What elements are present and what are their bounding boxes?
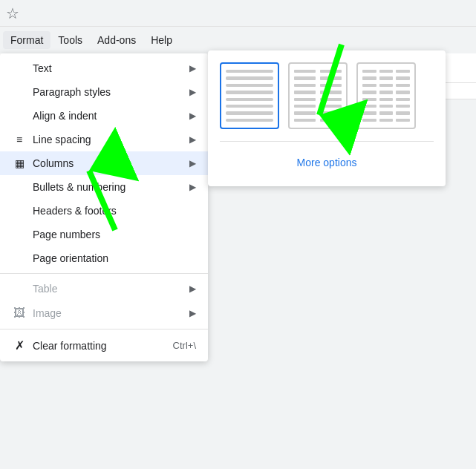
image-label: Image (33, 307, 183, 319)
col-third-2 (379, 70, 394, 122)
dropdown-item-paragraph-styles[interactable]: Paragraph styles ▶ (0, 80, 208, 104)
align-chevron: ▶ (189, 111, 196, 121)
col-line (362, 105, 376, 108)
star-icon[interactable]: ☆ (6, 4, 19, 22)
col-line (320, 119, 342, 122)
more-options-button[interactable]: More options (220, 151, 434, 174)
image-chevron: ▶ (189, 308, 196, 318)
divider-1 (0, 273, 208, 274)
col-line (320, 98, 342, 101)
col-line (320, 105, 342, 108)
col-line (396, 91, 410, 94)
col-line (396, 70, 410, 73)
dropdown-item-headers[interactable]: Headers & footers (0, 199, 208, 223)
bullets-label: Bullets & numbering (33, 181, 183, 193)
col-third-1 (362, 70, 376, 122)
col-line (320, 91, 342, 94)
format-dropdown: Text ▶ Paragraph styles ▶ Align & indent… (0, 53, 208, 361)
col-line (362, 70, 376, 73)
columns-options (220, 62, 434, 129)
col-line (362, 111, 376, 114)
column-option-2[interactable] (288, 62, 348, 129)
text-label: Text (33, 62, 183, 74)
col-line (294, 98, 316, 101)
col-line (396, 98, 410, 101)
dropdown-item-align-indent[interactable]: Align & indent ▶ (0, 104, 208, 128)
col-line (320, 84, 342, 87)
col-third-3 (396, 70, 410, 122)
col-line (379, 70, 394, 73)
col-line (226, 119, 273, 122)
col-line (396, 84, 410, 87)
columns-label: Columns (33, 157, 183, 169)
col-line (396, 76, 410, 79)
col-line (294, 119, 316, 122)
col-line (379, 119, 394, 122)
dropdown-item-image[interactable]: 🖼 Image ▶ (0, 301, 208, 326)
dropdown-item-bullets[interactable]: Bullets & numbering ▶ (0, 175, 208, 199)
col-line (226, 70, 273, 73)
menu-bar: Format Tools Add-ons Help (0, 27, 476, 53)
dropdown-item-line-spacing[interactable]: ≡ Line spacing ▶ (0, 128, 208, 151)
col-line (226, 76, 273, 79)
columns-chevron: ▶ (189, 158, 196, 168)
headers-label: Headers & footers (33, 205, 196, 217)
line-spacing-icon: ≡ (12, 134, 27, 145)
col-line (362, 119, 376, 122)
col-line (362, 91, 376, 94)
col-line (320, 76, 342, 79)
menu-format[interactable]: Format (3, 31, 50, 49)
paragraph-styles-chevron: ▶ (189, 87, 196, 97)
menu-addons[interactable]: Add-ons (90, 31, 143, 49)
col-line (362, 98, 376, 101)
menu-tools[interactable]: Tools (50, 31, 90, 49)
col-line (226, 111, 273, 114)
col-line (396, 111, 410, 114)
more-options-divider (220, 141, 434, 142)
page-orientation-label: Page orientation (33, 252, 196, 264)
col-half-right (320, 70, 342, 122)
col-line (294, 76, 316, 79)
dropdown-item-text[interactable]: Text ▶ (0, 56, 208, 80)
columns-icon: ▦ (12, 157, 27, 169)
col-line (396, 119, 410, 122)
line-spacing-chevron: ▶ (189, 134, 196, 145)
text-chevron: ▶ (189, 63, 196, 73)
dropdown-item-page-orientation[interactable]: Page orientation (0, 246, 208, 270)
col-line (294, 105, 316, 108)
col-line (379, 91, 394, 94)
dropdown-item-clear-formatting[interactable]: ✗ Clear formatting Ctrl+\ (0, 332, 208, 358)
col-line (379, 111, 394, 114)
col-line (379, 84, 394, 87)
col-line (379, 98, 394, 101)
dropdown-item-page-numbers[interactable]: Page numbers (0, 223, 208, 246)
line-spacing-label: Line spacing (33, 134, 183, 145)
column-option-3[interactable] (356, 62, 416, 129)
divider-2 (0, 329, 208, 329)
col-line (294, 91, 316, 94)
col-line (294, 84, 316, 87)
col-line (294, 70, 316, 73)
clear-formatting-label: Clear formatting (33, 340, 161, 352)
align-label: Align & indent (33, 110, 183, 122)
columns-submenu: More options (208, 50, 446, 186)
clear-formatting-icon: ✗ (12, 338, 27, 352)
col-line (362, 84, 376, 87)
col-line (226, 91, 273, 94)
column-option-1[interactable] (220, 62, 279, 129)
image-icon: 🖼 (12, 306, 27, 320)
top-bar: ☆ (0, 0, 476, 27)
table-label: Table (33, 283, 183, 295)
col-line (320, 70, 342, 73)
col-line (226, 84, 273, 87)
page-numbers-label: Page numbers (33, 229, 196, 240)
col-half-left (294, 70, 316, 122)
dropdown-item-columns[interactable]: ▦ Columns ▶ (0, 151, 208, 175)
col-line (362, 76, 376, 79)
bullets-chevron: ▶ (189, 182, 196, 192)
paragraph-styles-label: Paragraph styles (33, 86, 183, 98)
menu-help[interactable]: Help (143, 31, 180, 49)
dropdown-item-table[interactable]: Table ▶ (0, 277, 208, 301)
col-line (379, 76, 394, 79)
col-line (379, 105, 394, 108)
